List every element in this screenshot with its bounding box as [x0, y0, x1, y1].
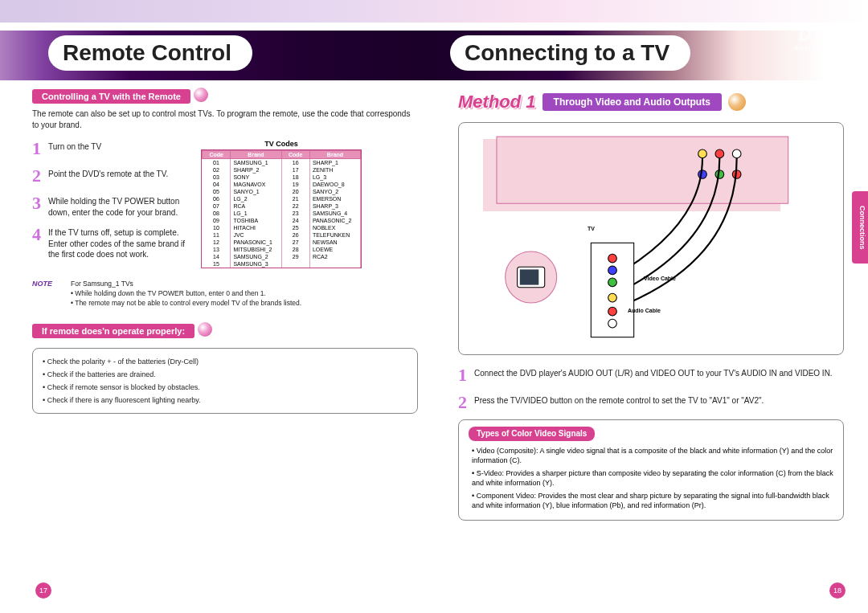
table-cell: 23: [281, 210, 309, 217]
method-title: Through Video and Audio Outputs: [542, 93, 722, 111]
note-line: The remote may not be able to control ev…: [71, 299, 301, 309]
top-gradient-strip: [0, 0, 868, 22]
step-number: 2: [32, 166, 43, 186]
table-row: 01SAMSUNG_116SHARP_1: [203, 159, 361, 167]
note-line: For Samsung_1 TVs: [71, 280, 301, 289]
table-row: 08LG_123SAMSUNG_4: [203, 210, 361, 217]
dvd-logo: DVD AUDIO/VIDEO: [789, 24, 845, 56]
note-icon: NOTE: [32, 280, 64, 304]
table-row: 12PANASONIC_127NEWSAN: [203, 239, 361, 246]
table-cell: 15: [203, 260, 231, 268]
left-page: Controlling a TV with the Remote The rem…: [24, 88, 426, 414]
table-cell: EMERSON: [309, 195, 360, 202]
diagram-tv-label: TV: [588, 226, 595, 231]
table-row: 05SANYO_120SANYO_2: [203, 188, 361, 195]
svg-rect-16: [520, 269, 538, 284]
note-line: While holding down the TV POWER button, …: [71, 289, 301, 299]
step-text: If the TV turns off, setup is complete. …: [48, 224, 193, 260]
note-text: For Samsung_1 TVs While holding down the…: [71, 280, 301, 309]
check-item: Check if the batteries are drained.: [43, 368, 407, 381]
section-controlling-tv: Controlling a TV with the Remote: [32, 89, 190, 104]
table-cell: 10: [203, 224, 231, 231]
table-cell: 09: [203, 217, 231, 224]
type-item: Video (Composite): A single video signal…: [472, 446, 833, 465]
table-cell: PANASONIC_2: [309, 217, 360, 224]
page-title-left: Remote Control: [48, 35, 252, 71]
table-cell: 28: [281, 246, 309, 253]
method-label: Method 1: [458, 92, 536, 112]
table-cell: SAMSUNG_2: [231, 253, 281, 260]
step-1: 1 Turn on the TV: [32, 138, 193, 159]
step-text: Point the DVD's remote at the TV.: [48, 166, 168, 186]
table-cell: 24: [281, 217, 309, 224]
type-item: S-Video: Provides a sharper picture than…: [472, 468, 833, 488]
table-row: 11JVC26TELEFUNKEN: [203, 231, 361, 239]
tv-codes-container: TV Codes Code Brand Code Brand 01SAMSUNG…: [201, 138, 362, 268]
section-dot-icon: [194, 88, 208, 102]
table-cell: 17: [281, 166, 309, 174]
step-number: 4: [32, 224, 43, 260]
note-row: NOTE For Samsung_1 TVs While holding dow…: [32, 280, 418, 309]
step-text: Connect the DVD player's AUDIO OUT (L/R)…: [474, 365, 833, 386]
svg-point-2: [715, 149, 724, 158]
types-title: Types of Color Video Signals: [469, 427, 595, 441]
table-cell: DAEWOO_8: [309, 181, 360, 188]
table-cell: 12: [203, 239, 231, 246]
table-cell: 29: [281, 253, 309, 260]
table-cell: SAMSUNG_3: [231, 260, 281, 268]
svg-rect-0: [497, 137, 788, 203]
table-cell: 06: [203, 195, 231, 202]
table-cell: 19: [281, 181, 309, 188]
table-row: 09TOSHIBA24PANASONIC_2: [203, 217, 361, 224]
table-cell: RCA: [231, 202, 281, 210]
right-step-2: 2 Press the TV/VIDEO button on the remot…: [458, 392, 844, 413]
table-cell: 25: [281, 224, 309, 231]
table-cell: SONY: [231, 174, 281, 181]
steps-column: 1 Turn on the TV 2 Point the DVD's remot…: [32, 138, 193, 268]
step-number: 2: [458, 392, 469, 413]
check-item: Check if there is any fluorescent lighti…: [43, 394, 407, 407]
step-text: While holding the TV POWER button down, …: [48, 193, 193, 218]
table-cell: SHARP_3: [309, 202, 360, 210]
table-cell: LOEWE: [309, 246, 360, 253]
th-code: Code: [203, 151, 231, 159]
table-cell: LG_1: [231, 210, 281, 217]
step-number: 3: [32, 193, 43, 218]
intro-text: The remote can also be set up to control…: [32, 108, 418, 130]
svg-point-1: [698, 149, 707, 158]
table-cell: 04: [203, 181, 231, 188]
table-cell: 18: [281, 174, 309, 181]
table-cell: 14: [203, 253, 231, 260]
table-cell: 03: [203, 174, 231, 181]
right-step-1: 1 Connect the DVD player's AUDIO OUT (L/…: [458, 365, 844, 386]
table-cell: LG_3: [309, 174, 360, 181]
table-cell: SAMSUNG_4: [309, 210, 360, 217]
section2-title-text: If remote does'n operate properly:: [42, 326, 185, 336]
th-code: Code: [281, 151, 309, 159]
step-2: 2 Point the DVD's remote at the TV.: [32, 166, 193, 186]
svg-point-3: [732, 149, 741, 158]
table-cell: MITSUBISHI_2: [231, 246, 281, 253]
svg-point-13: [608, 319, 617, 328]
troubleshoot-box: Check the polarity + - of the batteries …: [32, 348, 418, 415]
section1-title-text: Controlling a TV with the Remote: [42, 92, 181, 101]
table-cell: SAMSUNG_1: [231, 159, 281, 167]
table-cell: TOSHIBA: [231, 217, 281, 224]
table-cell: NEWSAN: [309, 239, 360, 246]
check-item: Check if remote sensor is blocked by obs…: [43, 381, 407, 394]
type-item: Component Video: Provides the most clear…: [472, 491, 833, 510]
table-cell: SHARP_2: [231, 166, 281, 174]
connection-diagram: TV Video Cable Audio Cable: [458, 122, 844, 355]
table-row: 06LG_221EMERSON: [203, 195, 361, 202]
table-cell: NOBLEX: [309, 224, 360, 231]
table-cell: RCA2: [309, 253, 360, 260]
diagram-svg: [459, 123, 843, 354]
table-cell: 02: [203, 166, 231, 174]
svg-point-4: [698, 170, 707, 179]
table-cell: 13: [203, 246, 231, 253]
page-number-right: 18: [829, 582, 845, 599]
table-cell: 07: [203, 202, 231, 210]
table-cell: MAGNAVOX: [231, 181, 281, 188]
table-row: 02SHARP_217ZENITH: [203, 166, 361, 174]
table-cell: TELEFUNKEN: [309, 231, 360, 239]
